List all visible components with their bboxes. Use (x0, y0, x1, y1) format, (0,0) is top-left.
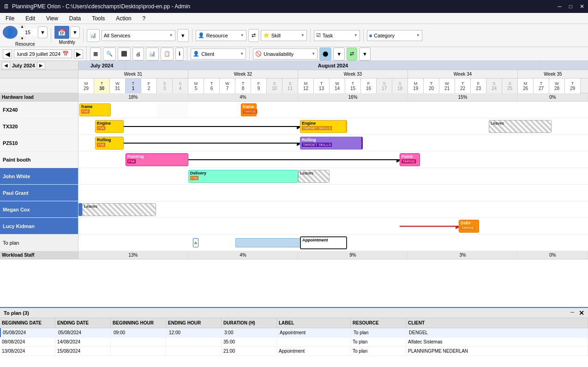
menu-file[interactable]: File (4, 14, 16, 23)
excel-btn[interactable]: 📋 (161, 48, 174, 60)
date-selector[interactable]: lundi 29 juillet 2024 📅 (14, 49, 72, 58)
category-dropdown[interactable]: ■ Category ▼ (367, 30, 422, 41)
paint-booth-label: Paint booth (0, 151, 78, 168)
unavailability-label: Unavailability (264, 51, 294, 57)
menu-view[interactable]: View (44, 14, 60, 23)
task-tx320-engine1[interactable]: Engine FMI (95, 120, 124, 133)
chart-btn[interactable]: 📊 (146, 48, 159, 60)
task-tx320-engine2[interactable]: Engine TARGET SKILLS (300, 120, 347, 133)
task-painting2[interactable]: Painti TARGE (400, 153, 420, 166)
panel-close[interactable]: ✕ (579, 309, 584, 317)
resource-count-input[interactable] (18, 29, 37, 36)
close-button[interactable]: ✕ (580, 3, 584, 10)
search-btn[interactable]: 🔍 (103, 48, 116, 60)
task-tx320-leaves[interactable]: Leaves (489, 120, 552, 133)
month-cells: July 2024 August 2024 (78, 61, 588, 70)
filter-button[interactable]: ▼ (177, 29, 189, 42)
day-cell: T 29 (565, 78, 581, 93)
task-painting1[interactable]: Painting FMI (126, 153, 188, 166)
table-row[interactable]: 08/08/2024 14/08/2024 35:00 To plan Alfa… (0, 337, 588, 347)
paint-booth-content[interactable]: Painting FMI ▶ Painti TARGE (78, 151, 588, 168)
panel-minimize[interactable]: ─ (570, 309, 574, 317)
services-dropdown[interactable]: All Services ▼ (102, 30, 175, 41)
grid-view-btn[interactable]: ▦ (90, 48, 101, 60)
resource-count-down[interactable]: ▼ (18, 36, 26, 41)
cell-end-hour-1: 12:00 (167, 328, 222, 337)
toggle1-btn[interactable]: ⬤ (319, 48, 331, 60)
task-name: frame (81, 104, 109, 109)
menu-edit[interactable]: Edit (24, 14, 37, 23)
to-plan-content[interactable]: A Appointment (78, 235, 588, 251)
tx320-content[interactable]: Engine FMI ▶ Engine TARGET SKILLS Leaves (78, 118, 588, 134)
table-row[interactable]: 13/08/2024 15/08/2024 21:00 Appointment … (0, 347, 588, 356)
paul-grant-label: Paul Grant (0, 185, 78, 201)
info-btn[interactable]: ℹ (175, 48, 184, 60)
nav-next-button[interactable]: ▶ (74, 49, 83, 59)
gantt-nav-right[interactable]: ▶ (37, 62, 45, 69)
print-btn[interactable]: 🖨 (132, 48, 144, 60)
task-fx240-frame1[interactable]: frame FMI (79, 103, 111, 116)
rolling1-name: Rolling (97, 138, 122, 142)
fx240-content[interactable]: frame FMI frame TARGE (78, 102, 588, 118)
task-appointment[interactable]: Appointment (300, 236, 347, 249)
toggle1-dropdown[interactable]: ▼ (333, 48, 345, 60)
resource-filter-dropdown[interactable]: 👤 Resource ▼ (196, 30, 246, 41)
gantt-nav-left[interactable]: ◀ (2, 62, 10, 69)
panel-title: To plan (3) (4, 310, 29, 316)
resource-label: Resource (15, 42, 35, 47)
delivery-sub: FMI (190, 176, 198, 180)
menu-data[interactable]: Data (67, 14, 83, 23)
task-delivery[interactable]: Delivery FMI (188, 170, 298, 183)
swap-button[interactable]: ⇄ (248, 29, 259, 42)
task-megan-leaves[interactable]: Leaves (82, 203, 156, 216)
maximize-button[interactable]: □ (569, 3, 572, 10)
task-dropdown[interactable]: ☑ Task ▼ (314, 30, 360, 41)
ws-4: 4% (188, 251, 298, 259)
monthly-dropdown[interactable]: ▼ (70, 26, 80, 38)
nav-prev-button[interactable]: ◀ (3, 49, 12, 59)
fx240-row: FX240 frame FMI frame TARGE (0, 102, 588, 118)
megan-cox-content[interactable]: Leaves (78, 201, 588, 217)
cell-resource-2: To plan (351, 337, 406, 346)
unavailability-icon: 🚫 (255, 51, 262, 57)
paint-booth-row: Paint booth Painting FMI ▶ Painti TARGE (0, 151, 588, 168)
col-ending-hour: ENDING HOUR (166, 318, 222, 328)
menu-help[interactable]: ? (141, 14, 148, 23)
task-john-leaves[interactable]: Leaves (298, 170, 330, 183)
month-august: August 2024 (126, 61, 541, 70)
chart-icon-btn[interactable]: 📊 (87, 29, 100, 42)
day-cell: S 25 (502, 78, 518, 93)
month-july: July 2024 (78, 61, 126, 70)
cell-begin-hour-2 (111, 337, 166, 346)
sep4 (310, 29, 311, 42)
menu-action[interactable]: Action (114, 14, 133, 23)
paul-grant-content[interactable] (78, 185, 588, 201)
menu-tools[interactable]: Tools (90, 14, 107, 23)
client-dropdown[interactable]: 👤 Client ▼ (191, 48, 246, 60)
table-row[interactable]: 05/08/2024 05/08/2024 09:00 12:00 3:00 A… (0, 328, 588, 337)
resource-dropdown[interactable]: ▼ (38, 26, 48, 38)
highlight-btn[interactable]: ⬛ (118, 48, 131, 60)
cell-end-date-2: 14/08/2024 (55, 337, 111, 346)
john-white-content[interactable]: Delivery FMI Leaves (78, 168, 588, 184)
resource-count-up[interactable]: ▲ (18, 24, 26, 29)
toggle2-dropdown[interactable]: ▼ (359, 48, 371, 60)
rolling1-sub: FMI (97, 143, 105, 147)
rolling2-name: Rolling (302, 138, 360, 142)
unavailability-dropdown[interactable]: 🚫 Unavailability ▼ (253, 48, 318, 60)
workload-staff-row: Workload Staff 13% 4% 9% 3% 0% (0, 251, 588, 259)
task-fx240-frame2[interactable]: frame TARGE (241, 103, 257, 116)
task-lucy-deliv[interactable]: Deliv TARGE (459, 220, 479, 233)
week-31: Week 31 (78, 70, 188, 78)
pz510-content[interactable]: Rolling FMI ▶ Rolling TARGET SKILLS (78, 135, 588, 151)
minimize-button[interactable]: ─ (558, 3, 562, 10)
task-pz510-rolling1[interactable]: Rolling FMI (95, 137, 124, 150)
skill-dropdown[interactable]: ⭐ Skill ▼ (261, 30, 307, 41)
col-beginning-date: BEGINNING DATE (0, 318, 55, 328)
cell-begin-date-1: 05/08/2024 (1, 328, 56, 337)
resource-icon: 👤 (3, 26, 18, 39)
lucy-kidman-content[interactable]: ▶ Deliv TARGE (78, 218, 588, 234)
task-pz510-rolling2[interactable]: Rolling TARGET SKILLS (300, 137, 363, 150)
toggle2-btn[interactable]: ⇄ (347, 48, 357, 60)
task-to-plan-a[interactable]: A (193, 238, 198, 247)
